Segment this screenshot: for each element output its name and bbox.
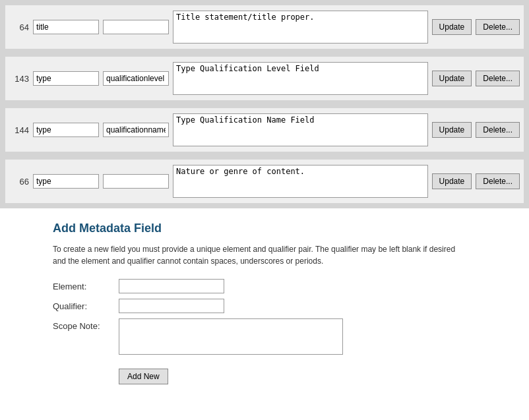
metadata-table: 64 Title statement/title proper. Update … [0, 0, 529, 208]
add-new-row: Add New [53, 362, 476, 384]
qualifier-input-144[interactable] [103, 123, 169, 137]
add-qualifier-input[interactable] [119, 299, 224, 313]
delete-button-143[interactable]: Delete... [476, 71, 520, 86]
element-label: Element: [53, 282, 119, 291]
qualifier-label: Qualifier: [53, 301, 119, 311]
add-section-description: To create a new field you must provide a… [53, 243, 462, 267]
update-button-66[interactable]: Update [432, 173, 472, 189]
row-id: 144 [9, 125, 29, 135]
table-row: 66 Nature or genre of content. Update De… [5, 160, 524, 203]
row-id: 64 [9, 22, 29, 32]
scope-note-row: Scope Note: [53, 318, 476, 357]
element-input-66[interactable] [33, 174, 99, 189]
add-metadata-section: Add Metadata Field To create a new field… [0, 208, 529, 398]
row-id: 143 [9, 74, 29, 84]
row-id: 66 [9, 177, 29, 187]
element-row: Element: [53, 279, 476, 293]
qualifier-input-143[interactable] [103, 71, 169, 86]
element-input-144[interactable] [33, 123, 99, 137]
update-button-64[interactable]: Update [432, 19, 472, 35]
delete-button-64[interactable]: Delete... [476, 19, 520, 35]
delete-button-144[interactable]: Delete... [476, 122, 520, 138]
scope-textarea-143[interactable]: Type Qualification Level Field [173, 62, 428, 95]
table-row: 64 Title statement/title proper. Update … [5, 5, 524, 49]
table-row: 144 Type Qualification Name Field Update… [5, 108, 524, 152]
add-section-title: Add Metadata Field [53, 222, 476, 235]
update-button-143[interactable]: Update [432, 71, 472, 86]
scope-textarea-66[interactable]: Nature or genre of content. [173, 165, 428, 198]
scope-note-label: Scope Note: [53, 318, 119, 331]
delete-button-66[interactable]: Delete... [476, 173, 520, 189]
table-row: 143 Type Qualification Level Field Updat… [5, 57, 524, 100]
qualifier-input-66[interactable] [103, 174, 169, 189]
qualifier-input-64[interactable] [103, 20, 169, 34]
element-input-143[interactable] [33, 71, 99, 86]
add-scope-note-textarea[interactable] [119, 318, 343, 355]
add-new-button[interactable]: Add New [119, 369, 168, 384]
scope-textarea-wrapper [119, 318, 343, 357]
qualifier-row: Qualifier: [53, 299, 476, 313]
scope-textarea-144[interactable]: Type Qualification Name Field [173, 113, 428, 146]
update-button-144[interactable]: Update [432, 122, 472, 138]
scope-textarea-64[interactable]: Title statement/title proper. [173, 11, 428, 44]
add-element-input[interactable] [119, 279, 224, 293]
element-input-64[interactable] [33, 20, 99, 34]
